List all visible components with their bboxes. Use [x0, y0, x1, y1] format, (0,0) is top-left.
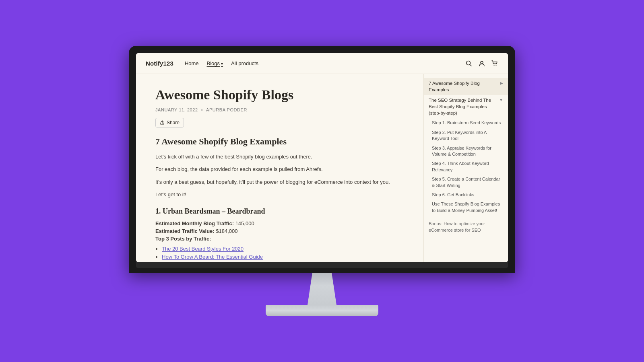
svg-line-1: [470, 64, 472, 66]
monitor-stand-neck: [298, 273, 346, 305]
share-icon: [160, 120, 165, 125]
post-date: JANUARY 11, 2022: [155, 107, 198, 112]
sidebar-toc: 7 Awesome Shopify Blog Examples ▶ The SE…: [423, 74, 508, 262]
main-content: Awesome Shopify Blogs JANUARY 11, 2022 •…: [136, 74, 423, 262]
toc-item-1[interactable]: 7 Awesome Shopify Blog Examples ▶: [424, 78, 508, 95]
top-posts-list: The 20 Best Beard Styles For 2020 How To…: [162, 246, 404, 262]
toc-sub-item-7[interactable]: Use These Shopify Blog Examples to Build…: [424, 200, 508, 215]
list-item: How To Grow A Beard: The Essential Guide: [162, 254, 404, 260]
monitor-bezel: Notify123 Home Blogs ▾ All products: [129, 46, 515, 273]
content-area: Awesome Shopify Blogs JANUARY 11, 2022 •…: [136, 74, 508, 262]
nav-all-products[interactable]: All products: [231, 60, 258, 66]
intro-p1: Let's kick off with a few of the best Sh…: [155, 152, 404, 161]
nav-right: [465, 60, 498, 67]
stat2-label: Estimated Traffic Value:: [155, 228, 215, 234]
toc-sub-item-3[interactable]: Step 3. Appraise Keywords for Volume & C…: [424, 144, 508, 159]
svg-point-2: [481, 61, 483, 64]
subsection1-title: 1. Urban Beardsman – Beardbrand: [155, 207, 404, 216]
meta-dot: •: [201, 107, 203, 112]
nav-left: Notify123 Home Blogs ▾ All products: [146, 60, 258, 67]
post-author: APURBA PODDER: [206, 107, 247, 112]
toc-divider: [424, 217, 508, 217]
stat2-value: $184,000: [216, 228, 237, 234]
account-icon[interactable]: [478, 60, 485, 67]
section1-title: 7 Awesome Shopify Blog Examples: [155, 136, 404, 147]
monitor: Notify123 Home Blogs ▾ All products: [129, 46, 515, 316]
svg-point-4: [496, 65, 497, 66]
list-item: The 20 Best Beard Styles For 2020: [162, 246, 404, 252]
intro-p4: Let's get to it!: [155, 190, 404, 199]
post-link-3[interactable]: The Definitive Guide To Mustache Styles: [162, 262, 256, 262]
nav-links: Home Blogs ▾ All products: [185, 60, 258, 66]
navigation: Notify123 Home Blogs ▾ All products: [136, 53, 508, 74]
nav-home[interactable]: Home: [185, 60, 199, 66]
stat1-label: Estimated Monthly Blog Traffic:: [155, 220, 234, 226]
monitor-chin: [136, 262, 508, 268]
monitor-screen: Notify123 Home Blogs ▾ All products: [136, 53, 508, 262]
toc-item-2[interactable]: The SEO Strategy Behind The Best Shopify…: [424, 95, 508, 118]
toc-sub-item-5[interactable]: Step 5. Create a Content Calendar & Star…: [424, 175, 508, 190]
toc-sub-item-6[interactable]: Step 6. Get Backlinks: [424, 190, 508, 200]
stat1: Estimated Monthly Blog Traffic: 145,000: [155, 220, 404, 226]
stat3-label: Top 3 Posts by Traffic:: [155, 236, 211, 242]
toc-down-arrow-icon: ▼: [499, 97, 503, 103]
stat1-value: 145,000: [235, 220, 254, 226]
share-button[interactable]: Share: [155, 118, 184, 128]
post-link-1[interactable]: The 20 Best Beard Styles For 2020: [162, 246, 244, 252]
toc-sub-item-1[interactable]: Step 1. Brainstorm Seed Keywords: [424, 118, 508, 128]
post-link-2[interactable]: How To Grow A Beard: The Essential Guide: [162, 254, 263, 260]
toc-bonus[interactable]: Bonus: How to optimize your eCommerce st…: [424, 219, 508, 235]
toc-sub-item-2[interactable]: Step 2. Put Keywords into A Keyword Tool: [424, 128, 508, 144]
svg-point-3: [494, 65, 495, 66]
monitor-stand-base: [266, 305, 378, 316]
cart-icon[interactable]: [491, 60, 498, 67]
toc-sub-item-4[interactable]: Step 4. Think About Keyword Relevancy: [424, 159, 508, 175]
list-item: The Definitive Guide To Mustache Styles: [162, 262, 404, 262]
blogs-dropdown-icon: ▾: [221, 62, 223, 66]
post-meta: JANUARY 11, 2022 • APURBA PODDER: [155, 107, 404, 112]
nav-blogs[interactable]: Blogs ▾: [207, 60, 223, 66]
search-icon[interactable]: [465, 60, 473, 67]
stat3: Top 3 Posts by Traffic:: [155, 236, 404, 242]
stat2: Estimated Traffic Value: $184,000: [155, 228, 404, 234]
intro-p3: It's only a best guess, but hopefully, i…: [155, 178, 404, 186]
brand-logo: Notify123: [146, 60, 173, 67]
toc-right-arrow-icon: ▶: [500, 80, 503, 86]
intro-p2: For each blog, the data provided for eac…: [155, 165, 404, 173]
page-title: Awesome Shopify Blogs: [155, 87, 404, 103]
